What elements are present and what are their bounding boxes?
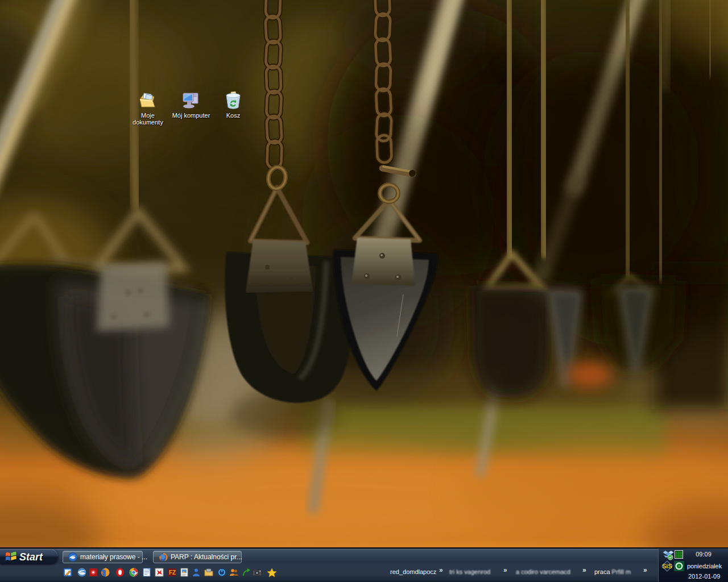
svg-text:SiS: SiS xyxy=(662,563,672,569)
svg-text:FZ: FZ xyxy=(169,569,176,576)
